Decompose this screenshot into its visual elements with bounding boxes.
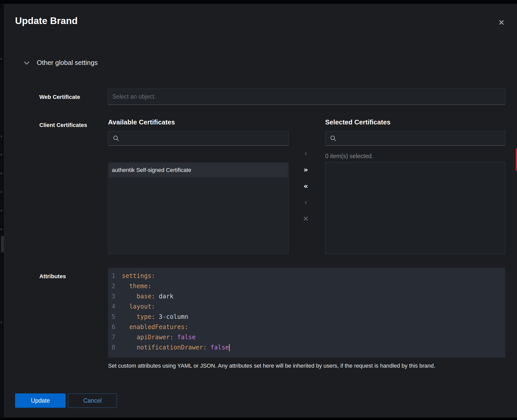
top-bar	[0, 0, 517, 4]
available-certificates-list[interactable]: authentik Self-signed Certificate	[108, 162, 289, 254]
code-line: 8 notificationDrawer: false	[108, 342, 505, 353]
clear-selection-button[interactable]: ✕	[301, 214, 311, 224]
sidebar-edge: ››››››››	[0, 4, 4, 418]
line-number: 6	[108, 322, 121, 332]
line-number: 3	[108, 291, 121, 301]
available-certificates-heading: Available Certificates	[108, 118, 175, 126]
sidebar-chevron-icon: ›	[1, 208, 2, 213]
available-search-input[interactable]	[108, 131, 289, 146]
selected-search	[325, 131, 505, 146]
sidebar-chevron-icon: ›	[1, 226, 2, 231]
line-number: 5	[108, 312, 121, 322]
section-label: Other global settings	[37, 59, 98, 67]
list-item[interactable]: authentik Self-signed Certificate	[109, 163, 288, 177]
text-cursor	[229, 344, 230, 351]
code-line: 2 theme:	[108, 281, 505, 291]
code-line: 4 layout:	[108, 301, 505, 312]
web-certificate-input[interactable]	[108, 89, 505, 105]
sidebar-chevron-icon: ›	[1, 170, 2, 175]
modal-title: Update Brand	[15, 16, 78, 26]
web-certificate-label: Web Certificate	[39, 94, 80, 100]
attributes-label: Attributes	[39, 273, 66, 280]
chevron-down-icon	[24, 59, 29, 64]
page: { "chrome": { "sidebar_chevron_glyph": "…	[0, 0, 517, 420]
transfer-controls: ›»«‹✕	[301, 148, 311, 230]
code-line: 1settings:	[108, 271, 505, 281]
line-number: 4	[108, 301, 121, 312]
code-line: 5 type: 3-column	[108, 312, 505, 322]
line-number: 8	[108, 342, 121, 353]
sidebar-chevron-icon: ›	[1, 152, 2, 157]
move-selected-right-button[interactable]: ›	[301, 148, 311, 159]
selected-certificates-heading: Selected Certificates	[325, 118, 391, 126]
sidebar-chevron-icon: ›	[1, 189, 2, 194]
move-all-left-button[interactable]: «	[301, 181, 311, 191]
code-line: 3 base: dark	[108, 291, 505, 301]
line-number: 2	[108, 281, 121, 291]
update-brand-modal: Update Brand ✕ Other global settings Web…	[4, 4, 517, 417]
sidebar-chevron-icon: ›	[1, 56, 2, 61]
move-selected-left-button[interactable]: ‹	[301, 197, 311, 208]
close-icon[interactable]: ✕	[496, 17, 507, 28]
line-number: 7	[108, 332, 121, 342]
selected-search-input[interactable]	[325, 131, 505, 146]
code-line: 6 enabledFeatures:	[108, 322, 505, 332]
attributes-help-text: Set custom attributes using YAML or JSON…	[108, 363, 496, 369]
cancel-button[interactable]: Cancel	[68, 393, 117, 408]
selected-certificates-list[interactable]	[325, 162, 505, 254]
code-line: 7 apiDrawer: false	[108, 332, 505, 342]
right-edge-accent	[516, 148, 517, 171]
available-search	[108, 131, 289, 146]
line-number: 1	[108, 271, 121, 281]
sidebar-chevron-icon: ›	[1, 319, 2, 324]
selected-count-status: 0 item(s) selected.	[325, 153, 373, 160]
sidebar-active-item-edge	[1, 236, 4, 252]
section-toggle-other-global-settings[interactable]: Other global settings	[22, 57, 98, 68]
sidebar-chevron-icon: ›	[1, 134, 2, 138]
client-certificates-label: Client Certificates	[39, 122, 87, 129]
update-button[interactable]: Update	[15, 393, 66, 408]
attributes-code-editor[interactable]: 1settings:2 theme:3 base: dark4 layout:5…	[108, 268, 505, 358]
move-all-right-button[interactable]: »	[301, 165, 311, 175]
